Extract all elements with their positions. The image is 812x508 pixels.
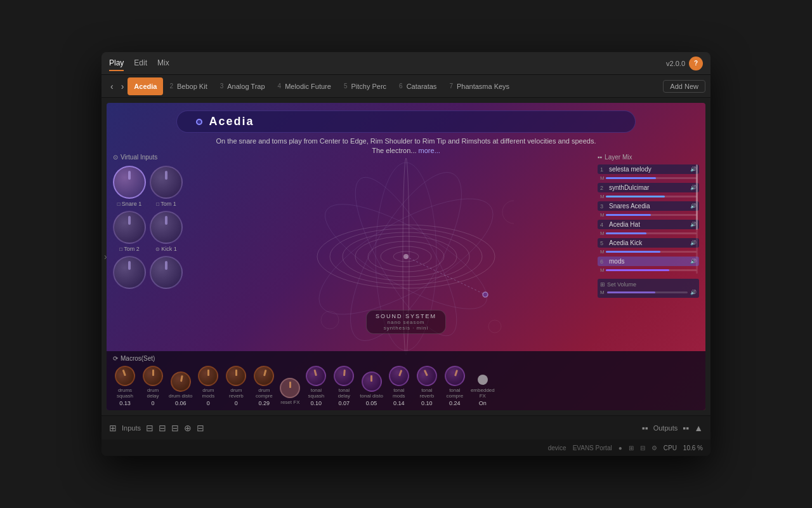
plugin-description: On the snare and toms play from Center t…: [216, 137, 596, 156]
macro-tonal-disto: tonal disto 0.05: [360, 371, 383, 406]
macro-value-tonal-disto: 0.05: [366, 400, 377, 406]
layer-row-4[interactable]: 4 Acedia Hat 🔊: [598, 220, 699, 229]
inputs-label: Inputs: [122, 424, 141, 432]
device-label: device: [548, 444, 566, 451]
layer-mute-1[interactable]: M: [600, 175, 605, 181]
preset-item-pitchy[interactable]: 5 Pitchy Perc: [337, 77, 393, 95]
macros-label: ⟳ Macros(Set): [113, 355, 699, 362]
preset-prev-button[interactable]: ‹: [107, 81, 117, 91]
vi-knob-snare1[interactable]: [113, 166, 146, 199]
macro-tonal-delay: tonal delay 0.07: [332, 366, 356, 406]
layer-mix-list: 1 selesta melody 🔊 M: [598, 164, 699, 274]
input-device-icon-2[interactable]: ⊟: [159, 423, 166, 433]
macro-knob-drum-disto[interactable]: [169, 370, 192, 393]
view-split-icon[interactable]: ⊟: [640, 444, 645, 451]
bottom-bar: ⊞ Inputs ⊟ ⊟ ⊟ ⊕ ⊟ ▪▪ Outputs ▪▪ ▲: [102, 415, 710, 439]
vi-knob-kick1[interactable]: [150, 211, 183, 244]
layer-num-3: 3: [600, 203, 606, 210]
macro-knob-drum-reverb[interactable]: [226, 366, 246, 386]
tab-play[interactable]: Play: [109, 56, 124, 71]
macro-tonal-mods: tonal mods 0.14: [387, 366, 411, 406]
vi-pad-label-tom2: □ Tom 2: [119, 246, 139, 252]
outputs-collapse-icon[interactable]: ▲: [694, 423, 703, 433]
set-volume-slider[interactable]: [607, 291, 688, 293]
preset-item-bebop[interactable]: 2 Bebop Kit: [163, 77, 213, 95]
macro-drum-disto: drum disto 0.06: [169, 371, 192, 406]
layer-row-3[interactable]: 3 Snares Acedia 🔊: [598, 201, 699, 211]
layer-mute-6[interactable]: M: [600, 267, 605, 273]
macro-reset-fx: reset FX: [280, 378, 300, 406]
macro-value-drum-mods: 0: [207, 400, 210, 406]
preset-item-analog[interactable]: 3 Analog Trap: [214, 77, 272, 95]
macro-value-tonal-mods: 0.14: [393, 400, 405, 406]
layer-item-3: 3 Snares Acedia 🔊 M: [598, 201, 699, 218]
preset-item-cataratas[interactable]: 6 Cataratas: [393, 77, 443, 95]
layer-slider-5[interactable]: [606, 251, 697, 253]
layer-row-1[interactable]: 1 selesta melody 🔊: [598, 164, 699, 174]
layer-mute-2[interactable]: M: [600, 194, 605, 199]
macro-knob-tonal-disto[interactable]: [362, 371, 382, 392]
macro-knob-drum-mods[interactable]: [198, 366, 218, 386]
vi-knob-extra2[interactable]: [150, 256, 183, 289]
settings-icon[interactable]: ⚙: [652, 444, 657, 451]
vi-knob-tom1[interactable]: [150, 166, 183, 199]
preset-next-button[interactable]: ›: [117, 81, 128, 91]
collapse-arrow-icon[interactable]: ›: [102, 249, 110, 264]
top-bar: Play Edit Mix v2.0.0 ?: [102, 52, 710, 75]
layer-row-5[interactable]: 5 Acedia Kick 🔊: [598, 238, 699, 248]
preset-item-melodic[interactable]: 4 Melodic Future: [272, 77, 337, 95]
macro-knob-tonal-compre[interactable]: [442, 363, 468, 389]
macro-drum-reverb: drum reverb 0: [224, 366, 248, 406]
preset-item-phantasma[interactable]: 7 Phantasma Keys: [443, 77, 516, 95]
more-link[interactable]: more...: [419, 147, 440, 154]
vi-knob-tom2[interactable]: [113, 211, 146, 244]
layer-row-2[interactable]: 2 synthDulcimar 🔊: [598, 183, 699, 192]
version-text: v2.0.0: [666, 60, 685, 67]
macro-knob-tonal-delay[interactable]: [333, 365, 355, 387]
inputs-section: ⊞ Inputs ⊟ ⊟ ⊟ ⊕ ⊟: [109, 423, 204, 433]
layer-slider-2[interactable]: [606, 196, 697, 197]
vi-knob-extra1[interactable]: [113, 256, 146, 289]
layer-row-6[interactable]: 6 mods 🔊: [598, 257, 699, 266]
layer-slider-3[interactable]: [606, 214, 697, 216]
layer-mute-5[interactable]: M: [600, 249, 605, 255]
macro-knob-tonal-mods[interactable]: [386, 363, 412, 389]
ssl-title: SOUND SYSTEM: [376, 313, 436, 319]
macro-value-drum-disto: 0.06: [175, 400, 187, 406]
layer-mute-4[interactable]: M: [600, 231, 605, 236]
macro-knob-drum-delay[interactable]: [143, 366, 163, 386]
layer-slider-6[interactable]: [606, 269, 697, 271]
device-dot: ●: [619, 444, 622, 451]
input-device-icon-4[interactable]: ⊟: [197, 423, 204, 433]
macro-dot-reset-fx[interactable]: [280, 378, 300, 398]
preset-label-3: Analog Trap: [227, 83, 265, 90]
preset-num-7: 7: [449, 83, 453, 90]
input-device-icon-3[interactable]: ⊟: [171, 423, 179, 433]
macro-toggle-embedded-fx[interactable]: [478, 375, 488, 385]
tab-mix[interactable]: Mix: [157, 56, 169, 71]
cpu-label: CPU: [664, 444, 677, 451]
layer-mix-scrollbar[interactable]: [696, 164, 698, 274]
macro-label-drum-compre: drum compre: [252, 387, 276, 399]
macros-bar: ⟳ Macros(Set) drums squash 0.13 drum del…: [107, 351, 705, 410]
macro-knob-drum-compre[interactable]: [252, 363, 277, 388]
tab-edit[interactable]: Edit: [134, 56, 147, 71]
macro-knob-drums-squash[interactable]: [112, 363, 138, 389]
version-circle-icon[interactable]: ?: [689, 57, 703, 70]
layer-slider-1[interactable]: [606, 177, 697, 179]
set-volume-row: M 🔊: [600, 290, 697, 295]
macro-label-tonal-squash: tonal squash: [304, 387, 328, 399]
input-device-icon-1[interactable]: ⊟: [146, 423, 154, 433]
input-search-icon[interactable]: ⊕: [184, 423, 192, 433]
preset-label-2: Bebop Kit: [177, 83, 207, 90]
macro-knob-tonal-reverb[interactable]: [414, 363, 441, 390]
set-volume-mute[interactable]: M: [600, 290, 605, 295]
preset-label-7: Phantasma Keys: [457, 83, 509, 90]
layer-mute-3[interactable]: M: [600, 212, 605, 218]
main-area: › Acedia On the snare and toms play from…: [102, 98, 710, 415]
view-grid-icon[interactable]: ⊞: [629, 444, 634, 451]
macro-knob-tonal-squash[interactable]: [304, 363, 329, 388]
add-new-button[interactable]: Add New: [663, 80, 705, 93]
preset-item-acedia[interactable]: Acedia: [128, 77, 163, 95]
layer-slider-4[interactable]: [606, 232, 697, 234]
